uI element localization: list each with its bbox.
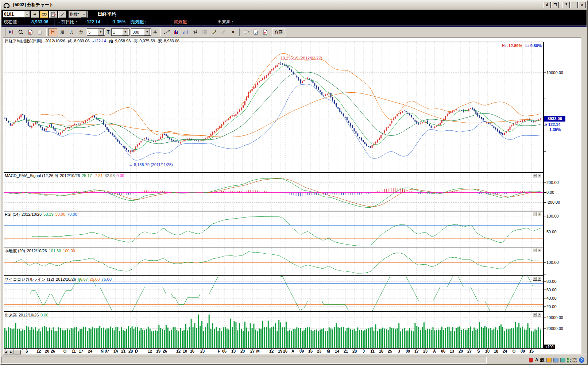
count-arrow[interactable]: ▼ [122, 29, 128, 35]
period-high-pct: H: -12.89% [502, 43, 522, 48]
psych-panel-minimize-button[interactable]: − [533, 277, 537, 281]
market-alert-icon[interactable] [529, 358, 533, 362]
rsi-panel-minimize-button[interactable]: − [533, 212, 537, 216]
x-axis-label: 18 [492, 349, 500, 353]
x-axis-label: J [359, 349, 368, 353]
rsi-value: 30.00 [55, 212, 66, 216]
load-page-button[interactable]: P [261, 28, 270, 36]
trendline-icon [164, 30, 170, 34]
macd-panel-close-button[interactable]: × [537, 173, 541, 177]
x-axis-label: 23 [421, 349, 430, 353]
x-axis-label: S [474, 349, 483, 353]
period-day-button[interactable]: 日 [49, 28, 57, 36]
y-axis-label: 100.00 [546, 260, 559, 265]
badge-pct: 1.35% [549, 127, 561, 132]
save-page-button[interactable]: D [251, 28, 260, 36]
close-button[interactable]: × [579, 2, 586, 8]
x-axis-labels: 112229S122026O111724N07142128D1219261210… [3, 349, 543, 354]
eraser-icon [221, 30, 226, 34]
x-axis-label: 20 [238, 349, 247, 353]
minimize-button[interactable]: − [570, 2, 578, 8]
page-icon: D [28, 30, 32, 35]
quote-bar: 現在値： 8,933.06 →前日比： -122.14 -1.35% 売気配： … [1, 19, 587, 26]
binoculars-icon [42, 12, 47, 16]
interval-select[interactable]: 5 ▼ [87, 28, 105, 36]
system-tray: A 般 CAPS KANA ? [529, 356, 584, 364]
psych-panel-close-button[interactable]: × [537, 277, 541, 281]
macd-value: 32.98 [105, 173, 115, 178]
period-minute-button[interactable]: 分 [77, 28, 86, 36]
toolbar-grip[interactable] [4, 28, 5, 36]
trendline-tool-button[interactable] [162, 28, 171, 36]
x-axis-label: 16 [306, 349, 315, 353]
ime-mode-indicator[interactable]: 般 [540, 357, 545, 363]
period-month-button[interactable]: 月 [67, 28, 76, 36]
save-button[interactable]: 保存 [272, 28, 285, 36]
page-icon [38, 30, 42, 35]
sort-arrows-button[interactable] [191, 28, 200, 36]
zoom-button[interactable] [16, 28, 25, 36]
bars-arrow[interactable]: ▼ [144, 29, 150, 35]
y-axis-label: 80.00 [546, 279, 557, 284]
symbol-type-arrow[interactable]: ▼ [81, 11, 87, 18]
buy-quote-label: 買気配： [171, 19, 215, 26]
scroll-left-button[interactable]: ◀ [3, 350, 8, 354]
erase-button[interactable] [219, 28, 228, 36]
tray-help-icon[interactable]: ? [579, 357, 584, 363]
cascade-button[interactable]: ❐ [552, 2, 559, 8]
pencil-icon [212, 30, 217, 34]
symbol-enter-button[interactable]: ↵ [31, 11, 39, 18]
x-axis-label: A [289, 349, 297, 353]
x-axis-label: O [510, 349, 518, 353]
symbol-clear-button[interactable] [58, 11, 66, 18]
scrollbar-thumb[interactable] [13, 350, 21, 354]
scrollbar-track[interactable] [21, 350, 26, 354]
count-select[interactable]: 1 ▼ [111, 28, 129, 36]
ime-pad-icon[interactable] [546, 358, 552, 362]
grid-button[interactable] [200, 28, 209, 36]
volume-panel-minimize-button[interactable]: − [533, 312, 537, 316]
delete-all-button[interactable]: × [229, 28, 237, 36]
analysis-chart-window: [5002] 分析チャート A❐?−× ▼ ↵ [0, 0, 588, 365]
chart-area[interactable]: 日経平均(指数)(日間) 2012/10/26 終 8,933.06 -122.… [3, 37, 581, 354]
symbol-dropdown-arrow[interactable]: ▼ [24, 11, 30, 18]
chart-plot[interactable] [3, 38, 582, 354]
bars-select[interactable]: 300 ▼ [131, 28, 151, 36]
period-week-button[interactable]: 週 [58, 28, 67, 36]
status-bar: A 般 CAPS KANA ? [1, 354, 587, 364]
ime-direct-indicator[interactable]: A [535, 357, 538, 362]
horizontal-scrollbar[interactable]: ◀ ▶ [3, 350, 26, 354]
ime-tools-icon[interactable] [560, 358, 565, 362]
font-button[interactable]: A [543, 2, 551, 8]
draw-button[interactable] [210, 28, 218, 36]
macd-panel-minimize-button[interactable]: − [533, 173, 537, 177]
x-axis-label: 23 [315, 349, 324, 353]
interval-arrow[interactable]: ▼ [98, 29, 104, 35]
symbol-search-button[interactable] [40, 11, 48, 18]
interval-value: 5 [88, 30, 90, 34]
status-message-panel [1, 357, 487, 364]
x-axis-label: 28 [350, 349, 359, 353]
toolbar-separator [46, 28, 47, 36]
volume-bars-button[interactable] [181, 28, 190, 36]
help-button[interactable]: ? [562, 2, 570, 8]
symbol-type-select[interactable]: 指数* ▼ [69, 11, 88, 18]
scroll-right-button[interactable]: ▶ [8, 350, 13, 354]
symbol-register-button[interactable] [49, 11, 57, 18]
volume-panel-close-button[interactable]: × [537, 312, 541, 316]
symbol-code-input[interactable] [3, 11, 24, 18]
restore-page-button[interactable] [35, 28, 44, 36]
copy-button[interactable]: ▼ [242, 28, 251, 36]
rsi-panel-close-button[interactable]: × [537, 212, 541, 216]
x-axis-label: 25 [386, 349, 394, 353]
new-page-button[interactable]: D [26, 28, 35, 36]
close-label: 終 [68, 39, 72, 43]
candlestick-mode-button[interactable] [7, 28, 16, 36]
kairi-panel-minimize-button[interactable]: − [533, 248, 537, 252]
open-label: 始 [109, 39, 113, 43]
indicator-bars-button[interactable] [172, 28, 181, 36]
y-axis-label: 10000.00 [546, 70, 563, 75]
svg-text:P: P [264, 31, 266, 34]
kairi-panel-close-button[interactable]: × [537, 248, 541, 252]
keyboard-icon[interactable] [553, 358, 558, 362]
